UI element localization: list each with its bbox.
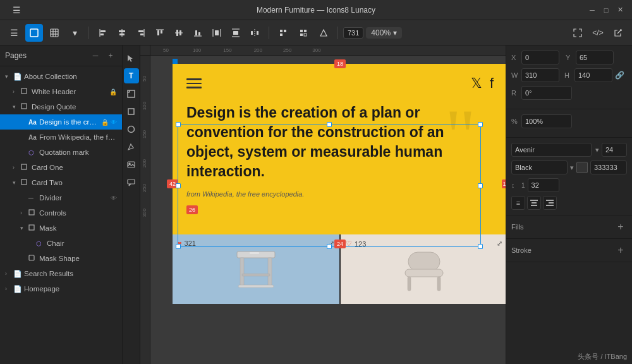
y-label: Y	[566, 54, 573, 61]
align-top-icon[interactable]	[151, 24, 169, 42]
svg-rect-69	[532, 202, 537, 203]
frame-icon[interactable]	[25, 24, 43, 42]
align-center-button[interactable]	[527, 196, 541, 210]
twitter-icon: 𝕏	[471, 75, 482, 92]
layer-homepage[interactable]: › 📄 Homepage	[0, 281, 122, 296]
like-count: 123	[355, 240, 366, 248]
align-center-h-icon[interactable]	[113, 24, 131, 42]
fills-section: Fills +	[506, 215, 632, 239]
layer-chair[interactable]: › ⬡ Chair	[0, 236, 122, 251]
w-input[interactable]	[521, 68, 559, 82]
font-color-select[interactable]: Black	[511, 161, 568, 174]
svg-point-56	[129, 163, 130, 164]
x-input[interactable]	[521, 51, 559, 64]
canvas-content[interactable]: 18 42 148	[150, 56, 506, 364]
close-button[interactable]: ✕	[616, 6, 624, 15]
design-quote-frame[interactable]: 18 42 148	[173, 64, 506, 304]
component-icon[interactable]	[274, 24, 292, 42]
component2-icon[interactable]	[295, 24, 312, 42]
resize-icon[interactable]	[569, 24, 586, 42]
color-hex-input[interactable]	[590, 161, 627, 174]
num-display: 731	[343, 27, 363, 39]
align-right-button[interactable]	[543, 196, 557, 210]
svg-rect-22	[195, 30, 197, 35]
opacity-input[interactable]	[521, 114, 572, 128]
text-icon: Aa	[28, 134, 37, 141]
layer-mask-shape[interactable]: › Mask Shape	[0, 251, 122, 266]
font-family-select[interactable]: Avenir	[511, 143, 592, 157]
svg-rect-57	[128, 179, 135, 184]
card-expand-icon: ⤢	[329, 240, 334, 248]
align-middle-icon[interactable]	[170, 24, 188, 42]
align-left-button[interactable]: ≡	[511, 196, 525, 210]
stroke-section: Stroke +	[506, 239, 632, 262]
layer-from-wikipedia[interactable]: › Aa From Wikipedia, the free…	[0, 130, 122, 145]
layer-label: White Header	[32, 88, 107, 95]
cursor-tool[interactable]	[124, 51, 139, 66]
layer-design-quote[interactable]: ▾ Design Quote	[0, 99, 122, 114]
layer-label: Mask	[39, 224, 117, 232]
add-fill-button[interactable]: +	[614, 221, 627, 233]
layer-divider[interactable]: › ─ Divider 👁	[0, 190, 122, 205]
code-icon[interactable]: </>	[589, 24, 607, 42]
expand-icon: ›	[20, 210, 27, 216]
add-page-button[interactable]: +	[104, 49, 117, 62]
layer-design-text[interactable]: › Aa Design is the crea… 🔒 👁	[0, 114, 122, 130]
maximize-button[interactable]: □	[602, 6, 611, 15]
rotation-input[interactable]	[521, 86, 572, 100]
line-height-input[interactable]	[528, 178, 559, 192]
text-tool[interactable]: T	[124, 68, 139, 83]
canvas-area[interactable]: 50 100 150 200 250 300 50 100 150 200 25…	[140, 46, 506, 364]
svg-rect-16	[157, 30, 159, 35]
distribute-h-icon[interactable]	[208, 24, 226, 42]
frame-tool[interactable]	[124, 86, 139, 101]
oval-tool[interactable]	[124, 121, 139, 136]
svg-rect-70	[531, 205, 537, 206]
y-input[interactable]	[576, 51, 614, 64]
align-bottom-icon[interactable]	[189, 24, 207, 42]
svg-rect-26	[215, 30, 219, 35]
zoom-control[interactable]: 400% ▾	[366, 27, 402, 39]
window-controls[interactable]: ─ □ ✕	[588, 6, 624, 15]
svg-rect-37	[304, 30, 307, 32]
menu-icon[interactable]: ☰	[8, 1, 25, 19]
layer-about-collection[interactable]: ▾ 📄 About Collection	[0, 69, 122, 84]
minimize-button[interactable]: ─	[588, 6, 597, 15]
layer-card-two[interactable]: ▾ Card Two	[0, 175, 122, 190]
collapse-all-button[interactable]: ─	[89, 49, 102, 62]
ruler-v-mark: 50	[140, 75, 149, 83]
heart-icon: ♡	[346, 240, 352, 248]
pen-tool[interactable]	[124, 139, 139, 154]
comment-tool[interactable]	[124, 174, 139, 190]
align-right-icon[interactable]	[132, 24, 150, 42]
layer-controls[interactable]: › Controls	[0, 205, 122, 221]
layer-white-header[interactable]: › White Header 🔒	[0, 84, 122, 99]
layer-card-one[interactable]: › Card One	[0, 160, 122, 175]
align-left-icon[interactable]	[94, 24, 112, 42]
distribute-v-icon[interactable]	[227, 24, 245, 42]
h-input[interactable]	[574, 68, 612, 82]
export-component-icon[interactable]	[315, 24, 332, 42]
svg-rect-0	[30, 29, 38, 37]
color-swatch[interactable]	[576, 162, 588, 173]
tools-panel: T	[123, 46, 140, 364]
lock-icon: 🔒	[101, 119, 109, 126]
grid-toggle-icon[interactable]: ▾	[66, 24, 83, 42]
layer-mask[interactable]: ▾ Mask	[0, 221, 122, 236]
link-proportions-icon[interactable]: 🔗	[615, 71, 624, 80]
main-area: Pages ─ + ▾ 📄 About Collection › White H…	[0, 46, 632, 364]
svg-rect-19	[176, 30, 178, 36]
position-section: X Y W H 🔗 R	[506, 46, 632, 109]
font-size-input[interactable]	[602, 143, 627, 157]
menu-toolbar-icon[interactable]: ☰	[5, 24, 23, 42]
image-tool[interactable]	[124, 157, 139, 172]
layer-search-results[interactable]: › 📄 Search Results	[0, 266, 122, 281]
grid-icon[interactable]	[46, 24, 63, 42]
share-icon[interactable]	[609, 24, 627, 42]
frame-icon	[21, 179, 30, 186]
layer-quotation-mark[interactable]: › ⬡ Quotation mark	[0, 145, 122, 160]
distribute-h2-icon[interactable]	[246, 24, 264, 42]
rect-tool[interactable]	[124, 104, 139, 119]
add-stroke-button[interactable]: +	[614, 244, 627, 257]
expand-icon: ›	[13, 164, 19, 171]
